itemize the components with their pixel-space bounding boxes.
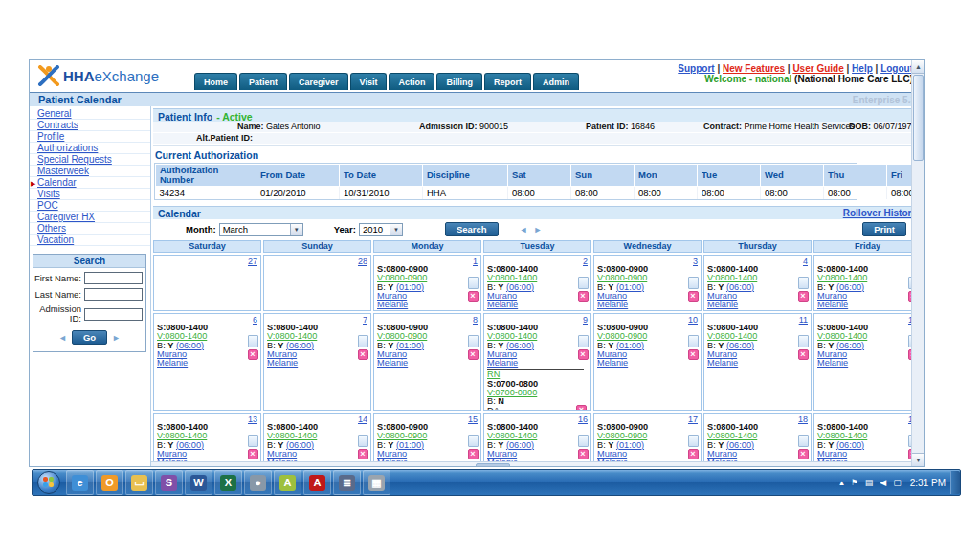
- sidebar-item-others[interactable]: Others: [30, 223, 150, 235]
- nav-tab-home[interactable]: Home: [194, 73, 237, 90]
- scroll-down-icon[interactable]: ▼: [912, 453, 924, 466]
- calendar-cell[interactable]: 15S:0800-0900V:0800-0900B: Y (01:00)Mura…: [373, 413, 481, 464]
- calendar-cell[interactable]: 17S:0800-0900V:0800-0900B: Y (01:00)Mura…: [593, 413, 702, 464]
- last-name-input[interactable]: [84, 288, 143, 301]
- delete-icon[interactable]: ×: [468, 291, 479, 302]
- calendar-cell[interactable]: 26On Vacation: [813, 466, 922, 467]
- delete-icon[interactable]: ×: [576, 405, 587, 411]
- caregiver-link[interactable]: Melanie: [817, 301, 919, 309]
- delete-icon[interactable]: ×: [798, 449, 809, 459]
- go-button[interactable]: Go: [72, 330, 107, 345]
- sidebar-item-poc[interactable]: POC: [30, 200, 150, 212]
- sidebar-link[interactable]: Vacation: [37, 235, 74, 245]
- print-button[interactable]: Print: [862, 222, 906, 236]
- sidebar-link[interactable]: Special Requests: [37, 154, 112, 165]
- delete-icon[interactable]: ×: [798, 349, 809, 360]
- sidebar-item-vacation[interactable]: Vacation: [30, 235, 150, 246]
- delete-icon[interactable]: ×: [688, 449, 699, 459]
- caregiver-link[interactable]: Melanie: [707, 359, 809, 368]
- calendar-cell[interactable]: 12S:0800-1400V:0800-1400B: Y (06:00)Mura…: [813, 313, 922, 411]
- delete-icon[interactable]: ×: [468, 349, 479, 360]
- sidebar-link[interactable]: POC: [37, 200, 58, 211]
- caregiver-link[interactable]: Melanie: [817, 359, 919, 368]
- delete-icon[interactable]: ×: [578, 349, 589, 360]
- calendar-cell[interactable]: 16S:0800-1400V:0800-1400B: Y (06:00)Mura…: [483, 413, 591, 464]
- day-link[interactable]: 27: [248, 257, 257, 266]
- note-icon[interactable]: [578, 335, 589, 347]
- calendar-cell[interactable]: 10S:0800-0900V:0800-0900B: Y (01:00)Mura…: [593, 313, 702, 411]
- caregiver-link[interactable]: Melanie: [597, 359, 699, 368]
- calendar-cell[interactable]: 22On Vacation: [373, 466, 481, 467]
- caregiver-link[interactable]: Melanie: [377, 359, 479, 368]
- note-icon[interactable]: [798, 335, 809, 347]
- sidebar-item-masterweek[interactable]: Masterweek: [30, 166, 150, 177]
- delete-icon[interactable]: ×: [358, 449, 368, 459]
- delete-icon[interactable]: ×: [248, 349, 258, 360]
- clipboard-icon[interactable]: ▤: [865, 478, 874, 487]
- calendar-cell[interactable]: 28: [263, 255, 371, 311]
- show-desktop-button[interactable]: [950, 471, 960, 494]
- nav-tab-action[interactable]: Action: [389, 73, 434, 90]
- delete-icon[interactable]: ×: [688, 291, 699, 302]
- sidebar-item-caregiver-hx[interactable]: Caregiver HX: [30, 212, 150, 223]
- calendar-cell[interactable]: 3S:0800-0900V:0800-0900B: Y (01:00)Muran…: [593, 255, 702, 311]
- delete-icon[interactable]: ×: [358, 349, 368, 360]
- next-month-icon[interactable]: ►: [534, 225, 543, 235]
- day-link[interactable]: 28: [358, 257, 368, 266]
- calendar-cell[interactable]: 7S:0800-1400V:0800-1400B: Y (06:00)Muran…: [263, 313, 371, 411]
- sidebar-link[interactable]: Profile: [37, 131, 64, 142]
- calendar-cell[interactable]: 20S:0800-1400: [153, 466, 261, 467]
- security-app-taskbar-button[interactable]: S: [155, 470, 183, 495]
- internet-explorer-taskbar-button[interactable]: e: [66, 470, 94, 495]
- caregiver-link[interactable]: Melanie: [157, 359, 258, 368]
- sidebar-link[interactable]: Masterweek: [37, 166, 89, 176]
- vscroll-thumb[interactable]: [913, 75, 924, 161]
- prev-arrow-icon[interactable]: ◄: [58, 333, 67, 343]
- sidebar-item-general[interactable]: General: [30, 108, 150, 120]
- nav-tab-visit[interactable]: Visit: [350, 73, 388, 90]
- action-center-flag-icon[interactable]: ⚑: [851, 478, 858, 487]
- calendar-cell[interactable]: 11S:0800-1400V:0800-1400B: Y (06:00)Mura…: [703, 313, 812, 411]
- top-link-help[interactable]: Help: [852, 63, 873, 74]
- caregiver-link[interactable]: Melanie: [597, 301, 699, 309]
- sidebar-item-contracts[interactable]: Contracts: [30, 120, 150, 131]
- horizontal-scrollbar[interactable]: [151, 461, 924, 467]
- sidebar-link[interactable]: Calendar: [37, 177, 77, 188]
- nav-tab-report[interactable]: Report: [484, 73, 531, 90]
- note-icon[interactable]: [358, 335, 368, 347]
- note-icon[interactable]: [578, 277, 589, 289]
- admission-id-input[interactable]: [84, 308, 143, 321]
- top-link-logout[interactable]: Logout: [880, 63, 913, 74]
- word-taskbar-button[interactable]: W: [185, 470, 212, 495]
- archive-taskbar-button[interactable]: ≣: [333, 470, 361, 495]
- notes-app-taskbar-button[interactable]: ▦: [363, 470, 390, 495]
- outlook-taskbar-button[interactable]: O: [96, 470, 123, 495]
- sidebar-link[interactable]: Contracts: [37, 120, 78, 130]
- caregiver-link[interactable]: Melanie: [487, 301, 589, 309]
- note-icon[interactable]: [578, 435, 589, 447]
- calendar-cell[interactable]: 4S:0800-1400V:0800-1400B: Y (06:00)Muran…: [703, 255, 812, 311]
- scroll-up-icon[interactable]: ▲: [912, 60, 924, 74]
- first-name-input[interactable]: [84, 272, 143, 284]
- calendar-cell[interactable]: 13S:0800-1400V:0800-1400B: Y (06:00)Mura…: [153, 413, 261, 464]
- delete-icon[interactable]: ×: [688, 349, 699, 360]
- sidebar-item-special-requests[interactable]: Special Requests: [30, 154, 150, 166]
- next-arrow-icon[interactable]: ►: [112, 333, 121, 343]
- calendar-cell[interactable]: 25On Vacation: [703, 466, 812, 467]
- calendar-cell[interactable]: 21S:0800-1400: [263, 466, 371, 467]
- caregiver-link[interactable]: Melanie: [487, 359, 589, 368]
- nav-tab-billing[interactable]: Billing: [436, 73, 482, 90]
- start-button[interactable]: [37, 471, 60, 494]
- note-icon[interactable]: [688, 335, 699, 347]
- calendar-cell[interactable]: 23On Vacation: [483, 466, 591, 467]
- calendar-cell[interactable]: 24On Vacation: [593, 466, 702, 467]
- caregiver-link[interactable]: Melanie: [267, 359, 368, 368]
- nav-tab-caregiver[interactable]: Caregiver: [289, 73, 348, 90]
- month-select[interactable]: March▼: [219, 223, 303, 236]
- sidebar-link[interactable]: Authorizations: [37, 143, 98, 153]
- year-select[interactable]: 2010▼: [359, 223, 403, 236]
- calendar-cell[interactable]: 1S:0800-0900V:0800-0900B: Y (01:00)Muran…: [373, 255, 481, 311]
- delete-icon[interactable]: ×: [468, 449, 479, 459]
- note-icon[interactable]: [798, 277, 809, 289]
- delete-icon[interactable]: ×: [248, 449, 258, 459]
